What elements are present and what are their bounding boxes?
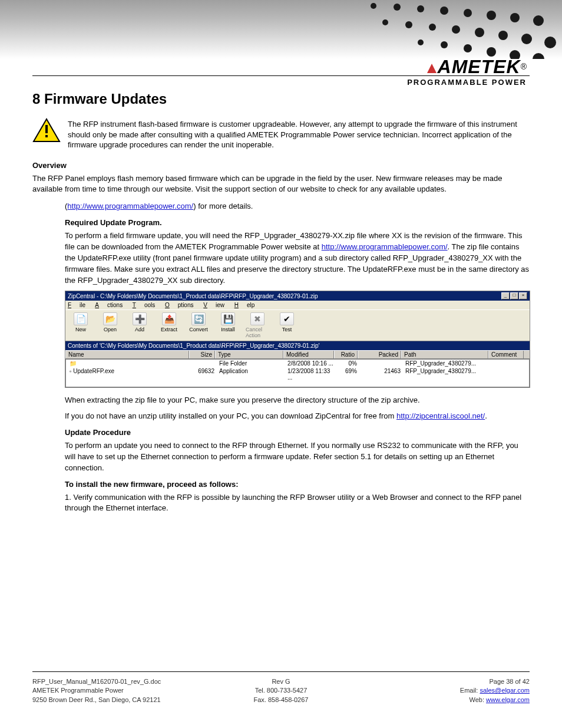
col-modified[interactable]: Modified	[283, 351, 334, 358]
zipcentral-p2: .	[485, 411, 487, 420]
footer-company: AMETEK Programmable Power	[32, 686, 198, 695]
tb-new-label: New	[75, 327, 86, 332]
col-comment[interactable]: Comment	[488, 351, 524, 358]
row1-path: RFP_Upgrader_4380279...	[403, 367, 490, 381]
maximize-button[interactable]: □	[510, 292, 518, 299]
footer-page: Page 38 of 42	[364, 677, 530, 686]
menu-actions[interactable]: Actions	[95, 302, 123, 308]
zip-toolbar: 📄New 📂Open ➕Add 📤Extract 🔄Convert 💾Insta…	[65, 309, 530, 341]
row0-mod: 2/8/2008 10:16 ...	[285, 360, 336, 367]
tb-test-label: Test	[282, 327, 292, 332]
zip-title: ZipCentral - C:\My Folders\My Documents\…	[68, 293, 318, 299]
row0-comment	[490, 360, 525, 367]
svg-point-14	[521, 34, 532, 44]
logo-subtitle: PROGRAMMABLE POWER	[407, 78, 527, 87]
row1-ratio: 69%	[336, 367, 359, 381]
tb-new[interactable]: 📄New	[68, 311, 94, 340]
svg-point-17	[441, 41, 448, 48]
zip-titlebar: ZipCentral - C:\My Folders\My Documents\…	[65, 291, 530, 301]
cancel-icon: ✖	[250, 312, 265, 325]
zipcentral-p1: If you do not have an unzip utility inst…	[65, 411, 396, 420]
svg-rect-23	[45, 125, 48, 133]
footer-addr: 9250 Brown Deer Rd., San Diego, CA 92121	[32, 696, 198, 704]
close-button[interactable]: ×	[519, 292, 527, 299]
row0-packed	[359, 360, 403, 367]
row1-packed: 21463	[359, 367, 403, 381]
row1-name: UpdateRFP.exe	[73, 368, 114, 374]
svg-point-15	[544, 37, 556, 48]
menu-file[interactable]: File	[68, 302, 85, 308]
zip-menubar: File Actions Tools Options View Help	[65, 301, 530, 309]
col-type[interactable]: Type	[215, 351, 283, 358]
footer-web-link[interactable]: www.elgar.com	[486, 696, 530, 703]
tb-extract[interactable]: 📤Extract	[156, 311, 182, 340]
table-row[interactable]: 📁 File Folder 2/8/2008 10:16 ... 0% RFP_…	[66, 360, 529, 367]
tb-convert[interactable]: 🔄Convert	[186, 311, 211, 340]
warning-text: The RFP instrument flash-based firmware …	[68, 118, 530, 150]
exe-icon: ▫	[70, 368, 71, 374]
svg-point-16	[418, 39, 424, 45]
table-row[interactable]: ▫UpdateRFP.exe 69632 Application 1/23/20…	[66, 367, 529, 381]
svg-point-12	[475, 28, 484, 37]
zip-contents-text: Contents of 'C:\My Folders\My Documents\…	[68, 342, 319, 349]
tb-open-label: Open	[104, 327, 117, 332]
tb-convert-label: Convert	[189, 327, 208, 332]
tb-add-label: Add	[135, 327, 144, 332]
convert-icon: 🔄	[191, 312, 206, 325]
col-name[interactable]: Name	[65, 351, 189, 358]
svg-point-9	[405, 21, 412, 28]
tb-open[interactable]: 📂Open	[97, 311, 123, 340]
tb-test[interactable]: ✔Test	[274, 311, 300, 340]
zip-columns: Name Size Type Modified Ratio Packed Pat…	[65, 350, 530, 359]
svg-point-7	[533, 15, 544, 26]
warning-icon	[32, 118, 61, 143]
divider-bottom	[32, 671, 530, 672]
svg-point-13	[498, 31, 508, 40]
row1-size: 69632	[191, 367, 217, 381]
svg-point-3	[440, 6, 448, 15]
svg-point-4	[464, 9, 472, 17]
tb-install[interactable]: 💾Install	[215, 311, 241, 340]
svg-point-18	[464, 44, 472, 52]
svg-point-21	[533, 53, 544, 59]
footer-tel: Tel. 800-733-5427	[198, 686, 363, 695]
website-link[interactable]: http://www.programmablepower.com/	[67, 202, 193, 210]
install-icon: 💾	[221, 312, 235, 325]
col-size[interactable]: Size	[189, 351, 215, 358]
row1-type: Application	[217, 367, 285, 381]
row0-size	[191, 360, 217, 367]
menu-view[interactable]: View	[203, 302, 224, 308]
row1-comment	[490, 367, 525, 381]
tb-add[interactable]: ➕Add	[127, 311, 153, 340]
step-1: 1. Verify communication with the RFP is …	[65, 492, 530, 515]
required-heading: Required Update Program.	[65, 218, 530, 227]
menu-options[interactable]: Options	[165, 302, 193, 308]
required-link[interactable]: http://www.programmablepower.com/	[322, 242, 448, 251]
tb-cancel-label: Cancel Action	[246, 327, 269, 338]
row0-path: RFP_Upgrader_4380279...	[403, 360, 490, 367]
minimize-button[interactable]: _	[501, 292, 510, 299]
svg-point-0	[371, 3, 376, 9]
footer-email-link[interactable]: sales@elgar.com	[480, 687, 530, 694]
svg-point-6	[510, 13, 520, 22]
menu-help[interactable]: Help	[234, 302, 255, 308]
col-packed[interactable]: Packed	[358, 351, 401, 358]
svg-point-19	[487, 47, 496, 57]
extract-note: When extracting the zip file to your PC,…	[65, 395, 530, 406]
steps-heading: To install the new firmware, proceed as …	[65, 480, 530, 489]
footer-fax: Fax. 858-458-0267	[198, 696, 363, 704]
header-background	[0, 0, 562, 59]
svg-point-10	[429, 24, 436, 31]
menu-tools[interactable]: Tools	[133, 302, 155, 308]
zipcentral-link[interactable]: http://zipcentral.iscool.net/	[396, 411, 485, 420]
new-icon: 📄	[74, 312, 88, 325]
footer: RFP_User_Manual_M162070-01_rev_G.doc Rev…	[32, 677, 530, 704]
zipcentral-window: ZipCentral - C:\My Folders\My Documents\…	[65, 291, 530, 388]
col-path[interactable]: Path	[401, 351, 488, 358]
extract-icon: 📤	[162, 312, 176, 325]
zip-rows: 📁 File Folder 2/8/2008 10:16 ... 0% RFP_…	[65, 359, 530, 387]
tb-install-label: Install	[221, 327, 235, 332]
logo-brand: AMETEK	[438, 56, 521, 77]
header-dots-decor	[326, 0, 562, 59]
col-ratio[interactable]: Ratio	[334, 351, 358, 358]
